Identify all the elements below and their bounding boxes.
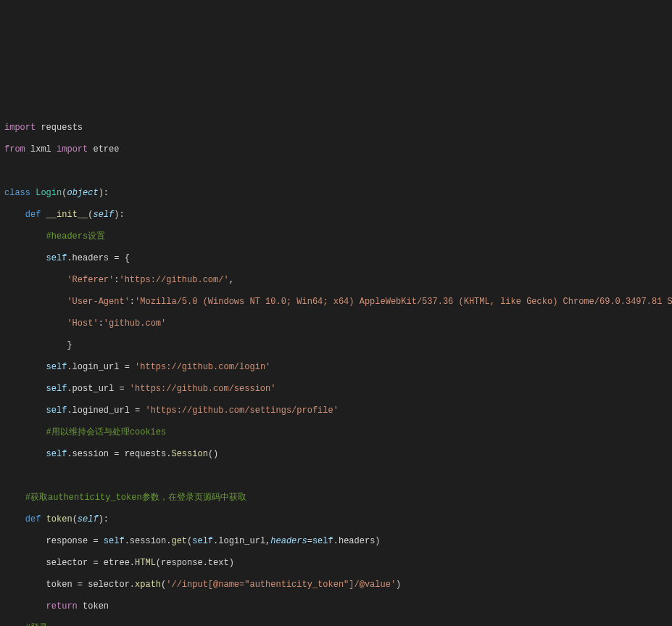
code-line: class Login(object): — [0, 188, 672, 199]
code-line: return token — [0, 601, 672, 612]
code-line: #登录 — [0, 623, 672, 626]
code-line: token = selector.xpath('//input[@name="a… — [0, 580, 672, 590]
code-line: self.session = requests.Session() — [0, 449, 672, 460]
code-line: 'Host':'github.com' — [0, 318, 672, 329]
code-line: self.headers = { — [0, 253, 672, 264]
code-line: #用以维持会话与处理cookies — [0, 427, 672, 438]
code-line: 'Referer':'https://github.com/', — [0, 275, 672, 286]
code-line: def __init__(self): — [0, 210, 672, 221]
code-line: self.login_url = 'https://github.com/log… — [0, 362, 672, 373]
code-line: def token(self): — [0, 514, 672, 525]
code-line: selector = etree.HTML(response.text) — [0, 558, 672, 569]
code-line: self.logined_url = 'https://github.com/s… — [0, 405, 672, 416]
code-line: from lxml import etree — [0, 144, 672, 155]
code-line: 'User-Agent':'Mozilla/5.0 (Windows NT 10… — [0, 297, 672, 308]
code-line: self.post_url = 'https://github.com/sess… — [0, 384, 672, 395]
code-editor[interactable]: import requests from lxml import etree c… — [0, 46, 672, 626]
code-line: #headers设置 — [0, 231, 672, 242]
code-line: import requests — [0, 123, 672, 133]
code-line: #获取authenticity_token参数，在登录页源码中获取 — [0, 493, 672, 503]
code-line: response = self.session.get(self.login_u… — [0, 536, 672, 547]
code-line: } — [0, 340, 672, 351]
